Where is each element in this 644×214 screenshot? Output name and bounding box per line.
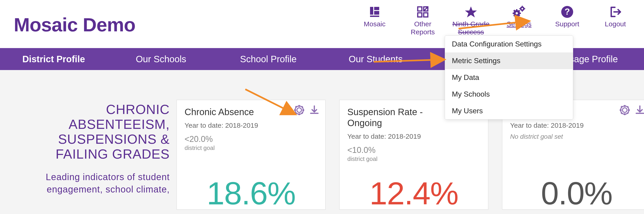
card-no-goal: No district goal set bbox=[510, 133, 643, 140]
svg-rect-23 bbox=[519, 8, 521, 9]
svg-line-60 bbox=[374, 59, 445, 62]
svg-rect-0 bbox=[370, 7, 373, 15]
svg-rect-24 bbox=[524, 8, 525, 9]
topnav-logout[interactable]: Logout bbox=[596, 4, 635, 36]
svg-point-47 bbox=[622, 108, 627, 112]
dropdown-item-metric-settings[interactable]: Metric Settings bbox=[445, 52, 573, 69]
svg-rect-49 bbox=[624, 105, 626, 107]
topnav-label: Other Reports bbox=[403, 20, 442, 36]
gears-icon bbox=[512, 4, 526, 19]
topnav-label: Support bbox=[555, 20, 579, 28]
svg-rect-51 bbox=[620, 109, 622, 111]
annotation-arrow-to-settings bbox=[456, 18, 534, 32]
svg-rect-52 bbox=[628, 109, 630, 111]
section-header: CHRONIC ABSENTEEISM, SUSPENSIONS & FAILI… bbox=[9, 102, 170, 196]
svg-rect-14 bbox=[519, 12, 521, 14]
gear-icon[interactable] bbox=[620, 105, 630, 115]
topnav-other-reports[interactable]: Other Reports bbox=[403, 4, 442, 36]
card-subtitle: Year to date: 2018-2019 bbox=[184, 122, 318, 129]
svg-text:?: ? bbox=[564, 7, 570, 16]
grid-arrow-icon bbox=[416, 4, 429, 19]
dropdown-item-data-config[interactable]: Data Configuration Settings bbox=[445, 36, 573, 52]
svg-line-58 bbox=[245, 89, 296, 114]
tab-our-schools[interactable]: Our Schools bbox=[107, 54, 214, 64]
svg-rect-5 bbox=[418, 13, 422, 17]
dropdown-item-my-users[interactable]: My Users bbox=[445, 103, 573, 119]
download-icon[interactable] bbox=[309, 105, 319, 115]
svg-rect-22 bbox=[522, 10, 523, 12]
section-blurb: Leading indicators of student engagement… bbox=[9, 171, 170, 196]
star-icon bbox=[464, 4, 477, 19]
svg-rect-4 bbox=[418, 7, 422, 11]
svg-rect-21 bbox=[522, 6, 523, 7]
card-subtitle: Year to date: 2018-2019 bbox=[347, 133, 480, 140]
topnav-mosaic[interactable]: Mosaic bbox=[355, 4, 394, 36]
svg-marker-8 bbox=[465, 6, 477, 17]
card-value: 18.6% bbox=[177, 177, 325, 210]
card-goal-label: district goal bbox=[347, 155, 480, 163]
card-goal-label: district goal bbox=[184, 144, 318, 152]
logout-icon bbox=[609, 4, 622, 19]
settings-dropdown: Data Configuration Settings Metric Setti… bbox=[445, 35, 573, 119]
tab-school-profile[interactable]: School Profile bbox=[214, 54, 322, 64]
svg-rect-3 bbox=[370, 15, 379, 17]
annotation-arrow-to-dropdown bbox=[372, 55, 449, 69]
svg-rect-2 bbox=[374, 11, 379, 15]
svg-rect-53 bbox=[620, 106, 623, 108]
download-icon[interactable] bbox=[635, 105, 644, 115]
topnav-label: Logout bbox=[605, 20, 626, 28]
card-subtitle: Year to date: 2018-2019 bbox=[510, 122, 643, 129]
help-icon: ? bbox=[561, 4, 574, 19]
card-value: 12.4% bbox=[340, 177, 488, 210]
annotation-arrow-to-gear bbox=[243, 87, 303, 119]
tab-district-profile[interactable]: District Profile bbox=[0, 54, 107, 64]
svg-point-10 bbox=[516, 12, 518, 14]
svg-rect-32 bbox=[302, 109, 304, 111]
svg-rect-12 bbox=[516, 15, 518, 17]
section-title: CHRONIC ABSENTEEISM, SUSPENSIONS & FAILI… bbox=[9, 102, 170, 162]
svg-line-62 bbox=[458, 21, 530, 29]
dropdown-item-my-data[interactable]: My Data bbox=[445, 69, 573, 86]
card-value: 0.0% bbox=[502, 177, 644, 210]
card-goal: <20.0% bbox=[184, 134, 318, 144]
svg-rect-50 bbox=[624, 113, 626, 115]
mosaic-icon bbox=[368, 4, 381, 19]
svg-point-20 bbox=[522, 8, 523, 9]
svg-rect-1 bbox=[374, 7, 379, 10]
svg-rect-13 bbox=[513, 12, 514, 14]
brand-title: Mosaic Demo bbox=[14, 14, 136, 36]
card-goal: <10.0% bbox=[347, 145, 480, 155]
svg-rect-11 bbox=[516, 9, 518, 11]
topnav-label: Mosaic bbox=[364, 20, 386, 28]
topnav-support[interactable]: ? Support bbox=[548, 4, 587, 36]
dropdown-item-my-schools[interactable]: My Schools bbox=[445, 86, 573, 103]
svg-rect-6 bbox=[424, 13, 428, 17]
